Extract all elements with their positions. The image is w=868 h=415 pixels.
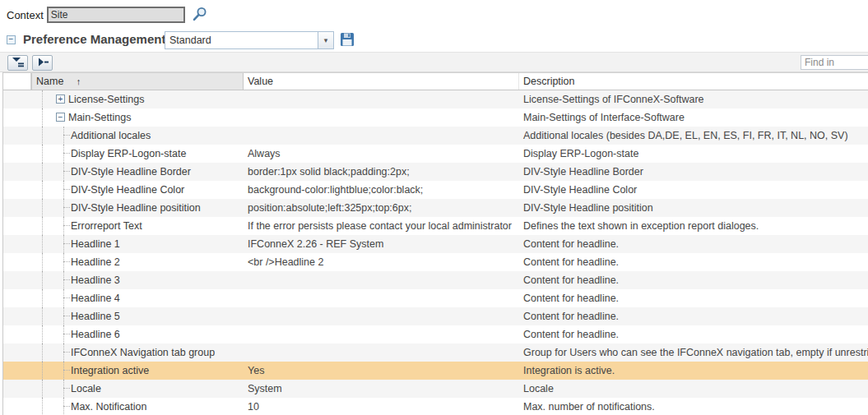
name-cell: DIV-Style Headline Border [31,163,244,181]
tree-guide-line [42,271,43,289]
section-collapse-icon[interactable]: − [7,35,16,44]
table-row[interactable]: Headline 2<br />Headline 2Content for he… [3,253,868,271]
row-gutter [3,380,31,398]
tree-connector [63,297,70,298]
tree-connector [63,352,70,353]
expand-node-icon[interactable]: + [56,95,65,104]
setting-name: Additional locales [71,127,151,145]
sort-ascending-icon: ↑ [77,76,81,86]
table-row[interactable]: LocaleSystemLocale [3,380,868,398]
name-cell: Headline 1 [31,235,244,253]
table-row[interactable]: DIV-Style Headline Colorbackground-color… [3,181,868,199]
row-gutter [3,199,31,217]
table-row[interactable]: Headline 1IFConneX 2.26 - REF SystemCont… [3,235,868,253]
setting-value: Yes [244,362,519,380]
setting-value: background-color:lightblue;color:black; [244,181,519,199]
setting-description: Content for headline. [519,235,868,253]
table-row[interactable]: Headline 5Content for headline. [3,307,868,325]
setting-description: Display ERP-Logon-state [519,145,868,163]
table-row[interactable]: Errorreport TextIf the error persists pl… [3,217,868,235]
floppy-disk-icon [340,32,355,47]
setting-value: <br />Headline 2 [244,253,519,271]
row-gutter [3,362,31,380]
profile-select[interactable]: Standard ▾ [165,31,334,49]
search-button[interactable] [192,7,208,23]
row-gutter [3,325,31,344]
tree-guide-line [42,217,43,235]
table-row[interactable]: Headline 4Content for headline. [3,289,868,307]
setting-value [244,325,519,344]
tree-guide-line [42,145,43,163]
setting-value [244,289,519,307]
tree-connector [63,243,70,244]
setting-description: Content for headline. [519,271,868,289]
context-input[interactable] [47,7,185,23]
setting-description: Group for Users who can see the IFConneX… [519,344,868,362]
setting-name: Headline 6 [71,325,120,344]
name-cell: +License-Settings [31,90,244,108]
tree-connector [63,153,70,154]
find-input[interactable] [801,55,868,70]
setting-description: Locale [519,380,868,398]
collapse-node-icon[interactable]: − [56,113,65,122]
table-row[interactable]: IFConneX Navigation tab groupGroup for U… [3,344,868,362]
save-button[interactable] [339,32,355,48]
name-cell: Integration active [31,362,244,380]
tree-guide-line [42,90,43,108]
name-cell: DIV-Style Headline Color [31,181,244,199]
table-row[interactable]: Headline 3Content for headline. [3,271,868,289]
tree-guide-line [63,163,64,181]
setting-value [244,127,519,145]
name-cell: Max. Notification [31,398,244,415]
profile-select-value: Standard [165,32,318,48]
setting-description: DIV-Style Headline Color [519,181,868,199]
setting-name: Headline 3 [71,271,120,289]
table-row[interactable]: +License-SettingsLicense-Settings of IFC… [3,90,868,108]
table-row[interactable]: Display ERP-Logon-stateAlwaysDisplay ERP… [3,145,868,163]
tree-connector [63,316,70,316]
row-gutter [3,398,31,415]
name-cell: IFConneX Navigation tab group [31,344,244,362]
filter-button[interactable] [7,55,28,71]
tree-guide-line [63,380,64,398]
row-gutter [3,163,31,181]
setting-value: System [244,380,519,398]
tree-guide-line [42,199,43,217]
table-row[interactable]: Max. Notification10Max. number of notifi… [3,398,868,415]
tree-guide-line [42,289,43,307]
column-header-description[interactable]: Description [519,73,868,90]
table-row[interactable]: DIV-Style Headline posititionposition:ab… [3,199,868,217]
filter-list-icon [12,57,25,67]
tree-connector [63,207,70,208]
tree-connector [63,261,70,262]
name-cell: Headline 3 [31,271,244,289]
tree-guide-line [63,289,64,307]
setting-value: IFConneX 2.26 - REF System [244,235,519,253]
setting-name: Integration active [71,362,149,380]
table-row[interactable]: Integration activeYesIntegration is acti… [3,362,868,380]
name-cell: DIV-Style Headline positition [31,199,244,217]
row-gutter [3,253,31,271]
tree-guide-line [63,271,64,289]
setting-name: IFConneX Navigation tab group [71,344,215,362]
column-header-name[interactable]: Name ↑ [31,73,244,90]
tree-guide-line [63,145,64,163]
row-gutter [3,344,31,362]
setting-group-name: Main-Settings [68,108,131,127]
table-row[interactable]: Additional localesAdditional locales (be… [3,127,868,145]
chevron-down-icon[interactable]: ▾ [318,32,333,48]
table-row[interactable]: −Main-SettingsMain-Settings of Interface… [3,108,868,127]
tree-guide-line [42,362,43,380]
setting-name: Display ERP-Logon-state [71,145,186,163]
column-header-value[interactable]: Value [244,73,519,90]
setting-name: Errorreport Text [71,217,142,235]
row-gutter [3,217,31,235]
row-gutter [3,145,31,163]
table-row[interactable]: DIV-Style Headline Borderborder:1px soli… [3,163,868,181]
name-cell: Headline 4 [31,289,244,307]
row-gutter [3,235,31,253]
table-row[interactable]: Headline 6Content for headline. [3,325,868,344]
collapse-all-button[interactable] [32,55,53,71]
magnifier-icon [192,7,207,22]
tree-guide-line [63,199,64,217]
